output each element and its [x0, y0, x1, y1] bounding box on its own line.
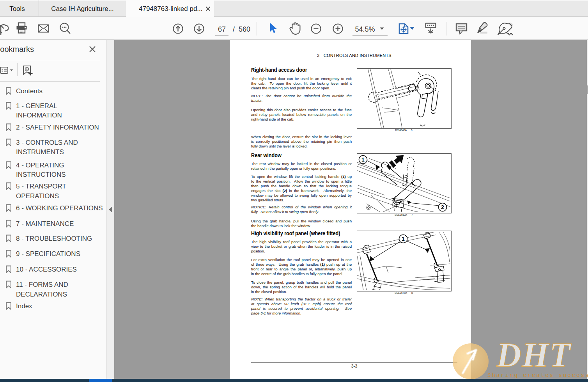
svg-text:1: 1	[361, 156, 365, 163]
svg-text:1: 1	[402, 236, 405, 242]
svg-text:2: 2	[441, 204, 444, 210]
